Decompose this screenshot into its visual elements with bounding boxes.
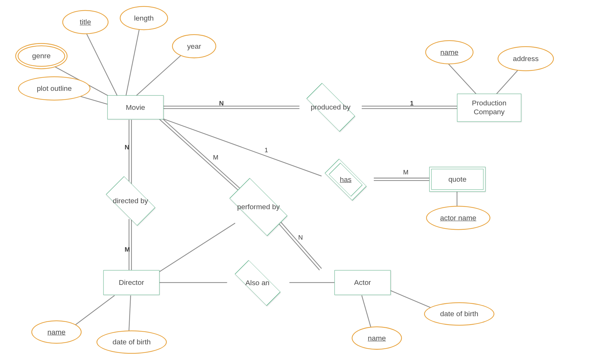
card-pc-produced: 1 xyxy=(410,100,413,107)
card-movie-directed: N xyxy=(125,144,129,151)
attr-label: name xyxy=(440,48,458,57)
attr-pc-address: address xyxy=(498,46,554,71)
attr-label: year xyxy=(187,42,201,51)
attr-length: length xyxy=(120,6,168,30)
card-movie-performed: M xyxy=(213,154,218,161)
entity-quote-weak: quote xyxy=(429,167,485,192)
card-movie-produced: N xyxy=(219,100,224,107)
svg-line-16 xyxy=(161,117,246,194)
svg-line-15 xyxy=(159,119,244,196)
entity-label: Production Company xyxy=(472,99,506,116)
attr-actor-name: name xyxy=(352,326,402,350)
rel-also-an: Also an xyxy=(224,268,291,298)
rel-label: has xyxy=(340,175,352,183)
rel-directed-by: directed by xyxy=(99,183,162,219)
entity-actor: Actor xyxy=(335,270,391,295)
entity-label: Actor xyxy=(354,278,371,287)
card-quote-has: M xyxy=(403,169,409,176)
attr-title: title xyxy=(62,10,109,34)
attr-label: date of birth xyxy=(113,338,151,346)
attr-director-dob: date of birth xyxy=(97,330,167,354)
entity-label: Movie xyxy=(126,103,145,112)
attr-label: date of birth xyxy=(440,310,479,318)
entity-production-company: Production Company xyxy=(457,94,521,122)
svg-line-20 xyxy=(164,119,322,176)
rel-performed-by: performed by xyxy=(220,187,297,227)
entity-director: Director xyxy=(103,270,160,295)
rel-label: directed by xyxy=(113,197,148,205)
attr-plot-outline: plot outline xyxy=(18,76,91,100)
attr-label: name xyxy=(368,334,386,342)
attr-genre-multivalued: genre xyxy=(15,43,67,69)
er-diagram-canvas: genre title length year plot outline Mov… xyxy=(0,0,595,364)
rel-label: produced by xyxy=(311,103,351,111)
svg-line-9 xyxy=(447,62,480,98)
svg-line-17 xyxy=(277,221,320,270)
svg-line-3 xyxy=(128,48,189,102)
rel-label: Also an xyxy=(245,279,269,287)
svg-line-1 xyxy=(85,30,121,103)
attr-label: genre xyxy=(32,52,51,60)
rel-has-identifying: has xyxy=(317,164,374,195)
attr-label: title xyxy=(80,18,91,27)
rel-label: performed by xyxy=(237,203,280,211)
entity-movie: Movie xyxy=(107,95,164,119)
svg-line-19 xyxy=(159,223,235,272)
attr-director-name: name xyxy=(31,320,82,344)
attr-label: plot outline xyxy=(37,84,72,93)
card-movie-has: 1 xyxy=(265,147,268,154)
entity-label: Director xyxy=(119,278,144,287)
attr-year: year xyxy=(172,34,216,58)
attr-actor-dob: date of birth xyxy=(424,302,494,326)
attr-label: length xyxy=(134,14,154,22)
entity-label: quote xyxy=(448,175,467,184)
card-actor-performed: N xyxy=(298,234,303,241)
attr-pc-name: name xyxy=(425,40,473,64)
attr-label: name xyxy=(47,328,66,336)
card-director-directed: M xyxy=(125,246,130,253)
rel-produced-by: produced by xyxy=(299,92,362,123)
attr-label: actor name xyxy=(440,214,476,222)
attr-label: address xyxy=(513,54,538,63)
svg-line-2 xyxy=(125,26,140,103)
attr-quote-actor-name: actor name xyxy=(426,206,490,230)
